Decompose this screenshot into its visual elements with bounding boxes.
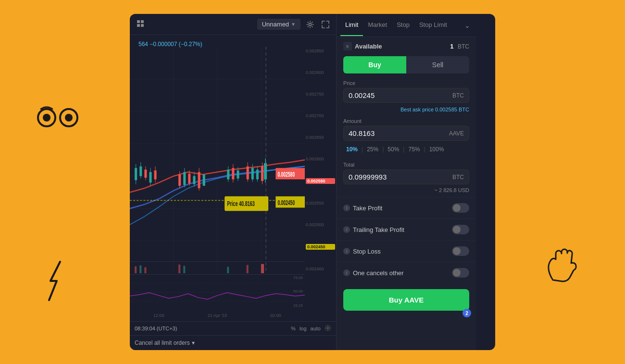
pct-25[interactable]: 25%	[364, 145, 381, 154]
tab-stop-limit[interactable]: Stop Limit	[414, 14, 452, 36]
grid-icon-button[interactable]	[135, 18, 146, 31]
oscillator-chart	[130, 275, 305, 310]
grid-icon	[137, 20, 144, 27]
volume-chart	[130, 262, 305, 273]
one-cancels-other-info-icon[interactable]: i	[343, 269, 350, 276]
available-label: ≡ Available	[343, 42, 382, 50]
price-input-row: BTC	[343, 88, 469, 103]
amount-input[interactable]	[349, 129, 446, 137]
svg-text:0.002580: 0.002580	[277, 170, 295, 179]
svg-rect-40	[203, 174, 205, 186]
buy-aave-button[interactable]: Buy AAVE	[343, 289, 469, 311]
price-field-group: Price BTC	[343, 80, 469, 103]
log-icon[interactable]: log	[300, 326, 307, 331]
svg-rect-7	[141, 24, 144, 27]
time-axis: 12:00 21 Apr '23 02:00	[130, 310, 305, 321]
one-cancels-other-toggle-row: i One cancels other	[337, 262, 476, 283]
available-amount: 1	[450, 43, 453, 50]
chart-header: Unnamed ▼	[130, 14, 336, 35]
stop-loss-toggle-row: i Stop Loss	[337, 240, 476, 262]
svg-text:0.002450: 0.002450	[277, 199, 295, 207]
stop-loss-toggle[interactable]	[452, 246, 469, 256]
main-container: Unnamed ▼ 564 −0.000007 (−0.27%)	[130, 14, 495, 350]
deco-eyes	[36, 103, 79, 132]
one-cancels-other-toggle[interactable]	[452, 268, 469, 278]
sell-button[interactable]: Sell	[406, 56, 469, 73]
chart-panel: Unnamed ▼ 564 −0.000007 (−0.27%)	[130, 14, 337, 350]
available-icon: ≡	[343, 42, 352, 50]
notification-badge: 2	[462, 309, 471, 317]
pct-100[interactable]: 100%	[426, 145, 447, 154]
take-profit-label-row: i Take Profit	[343, 205, 382, 212]
price-field-label: Price	[343, 80, 469, 86]
svg-rect-70	[261, 264, 264, 273]
available-text: Available	[355, 43, 382, 50]
total-usd: ~ 2 826.8 USD	[337, 186, 476, 197]
trailing-take-profit-toggle[interactable]	[452, 225, 469, 234]
svg-rect-65	[144, 267, 146, 273]
svg-rect-64	[139, 266, 141, 273]
order-tabs: Limit Market Stop Stop Limit ⌄	[337, 14, 476, 37]
auto-icon[interactable]: auto	[311, 326, 321, 331]
amount-currency: AAVE	[449, 130, 464, 137]
stop-loss-info-icon[interactable]: i	[343, 248, 350, 255]
one-cancels-other-label: One cancels other	[353, 269, 404, 277]
pct-10[interactable]: 10%	[343, 145, 361, 154]
tab-limit[interactable]: Limit	[340, 14, 363, 36]
amount-field-group: Amount AAVE	[343, 118, 469, 141]
total-input[interactable]	[349, 173, 450, 181]
stop-loss-label: Stop Loss	[353, 248, 381, 255]
take-profit-toggle[interactable]	[452, 203, 469, 213]
svg-rect-66	[178, 265, 180, 273]
svg-rect-67	[183, 266, 185, 273]
trailing-take-profit-toggle-row: i Trailing Take Profit	[337, 218, 476, 240]
tab-stop[interactable]: Stop	[392, 14, 414, 36]
svg-rect-5	[141, 20, 144, 23]
svg-text:Price  40.8163: Price 40.8163	[227, 200, 255, 208]
settings-icon-button[interactable]	[304, 19, 316, 30]
cancel-orders-label: Cancel all limit orders	[135, 340, 190, 346]
trailing-take-profit-info-icon[interactable]: i	[343, 226, 350, 233]
svg-rect-6	[137, 24, 140, 27]
time-utc-label: 08:39:04 (UTC+3)	[135, 326, 177, 331]
chart-settings-icon[interactable]	[325, 325, 331, 332]
available-amount-row: 1 BTC	[450, 42, 469, 50]
take-profit-label: Take Profit	[353, 205, 382, 212]
chart-area: 564 −0.000007 (−0.27%)	[130, 35, 336, 321]
order-panel-bottom: Buy AAVE 2	[337, 283, 476, 321]
best-ask-text: Best ask price 0.002585 BTC	[337, 105, 476, 114]
amount-input-row: AAVE	[343, 126, 469, 141]
candlestick-chart: Price 40.8163 0.002580 0.002450	[130, 47, 305, 273]
expand-icon	[322, 21, 329, 28]
expand-icon-button[interactable]	[320, 19, 331, 30]
pct-75[interactable]: 75%	[405, 145, 423, 154]
tab-market[interactable]: Market	[363, 14, 392, 36]
available-currency: BTC	[458, 43, 469, 50]
volume-area	[130, 261, 305, 273]
percent-row: 10% | 25% | 50% | 75% | 100%	[337, 143, 476, 158]
svg-rect-63	[135, 267, 137, 273]
deco-lightning	[43, 259, 67, 303]
svg-point-1	[43, 114, 50, 121]
available-row: ≡ Available 1 BTC	[337, 37, 476, 53]
take-profit-info-icon[interactable]: i	[343, 205, 350, 211]
percent-icon[interactable]: %	[291, 326, 296, 331]
chart-footer: 08:39:04 (UTC+3) % log auto	[130, 321, 336, 335]
one-cancels-other-label-row: i One cancels other	[343, 269, 404, 277]
settings-icon	[306, 21, 314, 28]
svg-point-74	[327, 327, 329, 329]
deco-hand	[543, 246, 587, 285]
cancel-orders-button[interactable]: Cancel all limit orders ▾	[135, 340, 195, 346]
tab-more-button[interactable]: ⌄	[462, 20, 472, 31]
amount-field-label: Amount	[343, 118, 469, 124]
pct-50[interactable]: 50%	[385, 145, 402, 154]
buy-button[interactable]: Buy	[343, 56, 406, 73]
price-axis: 0.002850 0.002800 0.002750 0.002700 0.00…	[305, 47, 336, 273]
total-field-group: Total BTC	[343, 162, 469, 184]
price-currency: BTC	[452, 92, 464, 99]
trailing-take-profit-label: Trailing Take Profit	[353, 226, 404, 233]
chevron-down-icon: ▼	[291, 22, 296, 27]
chart-name-button[interactable]: Unnamed ▼	[257, 19, 300, 30]
price-input[interactable]	[349, 91, 450, 99]
svg-rect-68	[227, 267, 229, 273]
